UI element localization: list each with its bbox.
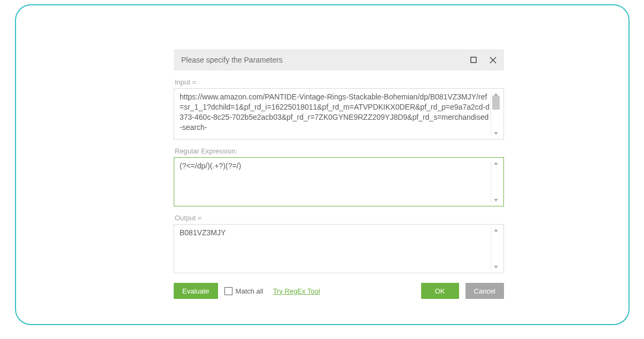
scroll-thumb[interactable] <box>492 96 500 110</box>
output-scrollbar[interactable] <box>491 228 500 269</box>
regex-label: Regular Expression: <box>175 147 504 155</box>
match-all-checkbox[interactable] <box>224 287 232 295</box>
input-label: Input = <box>175 78 504 86</box>
cancel-button[interactable]: Cancel <box>465 283 504 299</box>
regex-textbox[interactable]: (?<=/dp/)(.+?)(?=/) <box>174 157 504 206</box>
svg-rect-0 <box>471 57 476 63</box>
input-value: https://www.amazon.com/PANTIDE-Vintage-R… <box>180 92 491 136</box>
regex-scrollbar[interactable] <box>491 161 500 203</box>
scroll-down-icon[interactable] <box>494 199 498 202</box>
scroll-up-icon[interactable] <box>494 229 498 232</box>
input-scrollbar[interactable] <box>491 92 500 136</box>
output-value: B081VZ3MJY <box>180 228 491 269</box>
input-textbox[interactable]: https://www.amazon.com/PANTIDE-Vintage-R… <box>174 88 504 140</box>
close-icon[interactable] <box>489 56 496 64</box>
ok-button[interactable]: OK <box>421 283 459 299</box>
scroll-up-icon[interactable] <box>494 162 498 165</box>
dialog-title: Please specify the Parameters <box>181 56 283 64</box>
output-label: Output = <box>175 214 504 222</box>
scroll-down-icon[interactable] <box>494 266 498 268</box>
try-regex-tool-link[interactable]: Try RegEx Tool <box>273 287 320 295</box>
output-textbox[interactable]: B081VZ3MJY <box>174 224 504 273</box>
match-all-label: Match all <box>236 287 263 295</box>
evaluate-button[interactable]: Evaluate <box>174 283 218 299</box>
dialog-footer: Evaluate Match all Try RegEx Tool OK Can… <box>174 283 504 299</box>
scroll-down-icon[interactable] <box>494 132 498 135</box>
outer-frame: Please specify the Parameters Input = ht… <box>15 4 630 325</box>
dialog-titlebar: Please specify the Parameters <box>174 49 504 71</box>
parameters-dialog: Please specify the Parameters Input = ht… <box>174 49 504 299</box>
regex-value: (?<=/dp/)(.+?)(?=/) <box>180 161 491 203</box>
maximize-icon[interactable] <box>470 56 477 64</box>
match-all-option[interactable]: Match all <box>224 287 263 295</box>
